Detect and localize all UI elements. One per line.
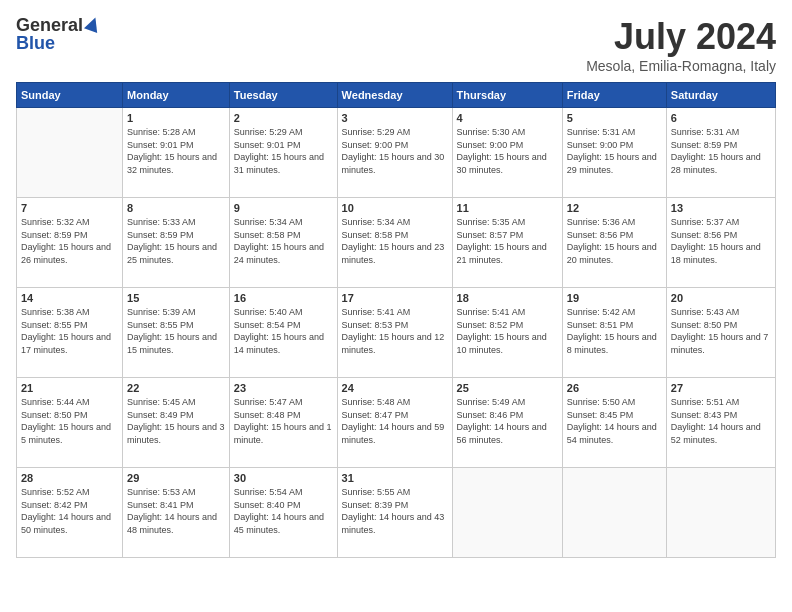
logo-triangle <box>84 15 102 33</box>
day-info: Sunrise: 5:44 AMSunset: 8:50 PMDaylight:… <box>21 396 118 446</box>
day-cell: 26Sunrise: 5:50 AMSunset: 8:45 PMDayligh… <box>562 378 666 468</box>
day-cell: 28Sunrise: 5:52 AMSunset: 8:42 PMDayligh… <box>17 468 123 558</box>
day-info: Sunrise: 5:50 AMSunset: 8:45 PMDaylight:… <box>567 396 662 446</box>
day-number: 26 <box>567 382 662 394</box>
day-cell: 22Sunrise: 5:45 AMSunset: 8:49 PMDayligh… <box>123 378 230 468</box>
day-info: Sunrise: 5:31 AMSunset: 8:59 PMDaylight:… <box>671 126 771 176</box>
day-info: Sunrise: 5:41 AMSunset: 8:52 PMDaylight:… <box>457 306 558 356</box>
day-cell: 6Sunrise: 5:31 AMSunset: 8:59 PMDaylight… <box>666 108 775 198</box>
day-info: Sunrise: 5:28 AMSunset: 9:01 PMDaylight:… <box>127 126 225 176</box>
day-number: 14 <box>21 292 118 304</box>
day-number: 11 <box>457 202 558 214</box>
day-info: Sunrise: 5:51 AMSunset: 8:43 PMDaylight:… <box>671 396 771 446</box>
day-cell: 17Sunrise: 5:41 AMSunset: 8:53 PMDayligh… <box>337 288 452 378</box>
day-number: 2 <box>234 112 333 124</box>
day-number: 16 <box>234 292 333 304</box>
title-area: July 2024 Mesola, Emilia-Romagna, Italy <box>586 16 776 74</box>
day-info: Sunrise: 5:39 AMSunset: 8:55 PMDaylight:… <box>127 306 225 356</box>
day-info: Sunrise: 5:52 AMSunset: 8:42 PMDaylight:… <box>21 486 118 536</box>
day-info: Sunrise: 5:31 AMSunset: 9:00 PMDaylight:… <box>567 126 662 176</box>
day-number: 18 <box>457 292 558 304</box>
col-header-friday: Friday <box>562 83 666 108</box>
day-number: 24 <box>342 382 448 394</box>
day-number: 13 <box>671 202 771 214</box>
week-row-4: 21Sunrise: 5:44 AMSunset: 8:50 PMDayligh… <box>17 378 776 468</box>
calendar-table: SundayMondayTuesdayWednesdayThursdayFrid… <box>16 82 776 558</box>
day-number: 29 <box>127 472 225 484</box>
day-number: 15 <box>127 292 225 304</box>
day-info: Sunrise: 5:35 AMSunset: 8:57 PMDaylight:… <box>457 216 558 266</box>
day-cell: 24Sunrise: 5:48 AMSunset: 8:47 PMDayligh… <box>337 378 452 468</box>
day-cell: 4Sunrise: 5:30 AMSunset: 9:00 PMDaylight… <box>452 108 562 198</box>
col-header-thursday: Thursday <box>452 83 562 108</box>
day-cell: 20Sunrise: 5:43 AMSunset: 8:50 PMDayligh… <box>666 288 775 378</box>
day-info: Sunrise: 5:37 AMSunset: 8:56 PMDaylight:… <box>671 216 771 266</box>
day-number: 27 <box>671 382 771 394</box>
day-cell: 9Sunrise: 5:34 AMSunset: 8:58 PMDaylight… <box>229 198 337 288</box>
day-info: Sunrise: 5:54 AMSunset: 8:40 PMDaylight:… <box>234 486 333 536</box>
day-info: Sunrise: 5:49 AMSunset: 8:46 PMDaylight:… <box>457 396 558 446</box>
day-info: Sunrise: 5:40 AMSunset: 8:54 PMDaylight:… <box>234 306 333 356</box>
week-row-3: 14Sunrise: 5:38 AMSunset: 8:55 PMDayligh… <box>17 288 776 378</box>
day-info: Sunrise: 5:43 AMSunset: 8:50 PMDaylight:… <box>671 306 771 356</box>
day-cell <box>562 468 666 558</box>
day-number: 6 <box>671 112 771 124</box>
day-cell: 11Sunrise: 5:35 AMSunset: 8:57 PMDayligh… <box>452 198 562 288</box>
col-header-sunday: Sunday <box>17 83 123 108</box>
day-cell: 23Sunrise: 5:47 AMSunset: 8:48 PMDayligh… <box>229 378 337 468</box>
col-header-saturday: Saturday <box>666 83 775 108</box>
day-number: 7 <box>21 202 118 214</box>
day-info: Sunrise: 5:33 AMSunset: 8:59 PMDaylight:… <box>127 216 225 266</box>
day-number: 25 <box>457 382 558 394</box>
day-cell <box>666 468 775 558</box>
day-number: 23 <box>234 382 333 394</box>
day-info: Sunrise: 5:30 AMSunset: 9:00 PMDaylight:… <box>457 126 558 176</box>
day-info: Sunrise: 5:38 AMSunset: 8:55 PMDaylight:… <box>21 306 118 356</box>
month-title: July 2024 <box>586 16 776 58</box>
day-number: 20 <box>671 292 771 304</box>
day-info: Sunrise: 5:48 AMSunset: 8:47 PMDaylight:… <box>342 396 448 446</box>
day-info: Sunrise: 5:53 AMSunset: 8:41 PMDaylight:… <box>127 486 225 536</box>
logo-blue-text: Blue <box>16 33 55 53</box>
day-number: 8 <box>127 202 225 214</box>
day-cell: 12Sunrise: 5:36 AMSunset: 8:56 PMDayligh… <box>562 198 666 288</box>
day-number: 28 <box>21 472 118 484</box>
day-number: 21 <box>21 382 118 394</box>
day-info: Sunrise: 5:45 AMSunset: 8:49 PMDaylight:… <box>127 396 225 446</box>
day-number: 30 <box>234 472 333 484</box>
day-info: Sunrise: 5:55 AMSunset: 8:39 PMDaylight:… <box>342 486 448 536</box>
day-cell: 30Sunrise: 5:54 AMSunset: 8:40 PMDayligh… <box>229 468 337 558</box>
day-number: 10 <box>342 202 448 214</box>
day-cell <box>452 468 562 558</box>
day-info: Sunrise: 5:36 AMSunset: 8:56 PMDaylight:… <box>567 216 662 266</box>
day-cell: 25Sunrise: 5:49 AMSunset: 8:46 PMDayligh… <box>452 378 562 468</box>
day-info: Sunrise: 5:42 AMSunset: 8:51 PMDaylight:… <box>567 306 662 356</box>
day-number: 17 <box>342 292 448 304</box>
day-cell: 19Sunrise: 5:42 AMSunset: 8:51 PMDayligh… <box>562 288 666 378</box>
col-header-wednesday: Wednesday <box>337 83 452 108</box>
logo: General Blue <box>16 16 100 52</box>
week-row-2: 7Sunrise: 5:32 AMSunset: 8:59 PMDaylight… <box>17 198 776 288</box>
day-cell: 15Sunrise: 5:39 AMSunset: 8:55 PMDayligh… <box>123 288 230 378</box>
day-info: Sunrise: 5:41 AMSunset: 8:53 PMDaylight:… <box>342 306 448 356</box>
day-info: Sunrise: 5:34 AMSunset: 8:58 PMDaylight:… <box>342 216 448 266</box>
day-cell: 21Sunrise: 5:44 AMSunset: 8:50 PMDayligh… <box>17 378 123 468</box>
day-info: Sunrise: 5:34 AMSunset: 8:58 PMDaylight:… <box>234 216 333 266</box>
day-cell: 10Sunrise: 5:34 AMSunset: 8:58 PMDayligh… <box>337 198 452 288</box>
day-cell: 3Sunrise: 5:29 AMSunset: 9:00 PMDaylight… <box>337 108 452 198</box>
day-number: 3 <box>342 112 448 124</box>
day-cell: 29Sunrise: 5:53 AMSunset: 8:41 PMDayligh… <box>123 468 230 558</box>
day-number: 9 <box>234 202 333 214</box>
day-cell <box>17 108 123 198</box>
day-cell: 27Sunrise: 5:51 AMSunset: 8:43 PMDayligh… <box>666 378 775 468</box>
day-number: 1 <box>127 112 225 124</box>
logo-general-text: General <box>16 16 83 34</box>
location-title: Mesola, Emilia-Romagna, Italy <box>586 58 776 74</box>
day-cell: 8Sunrise: 5:33 AMSunset: 8:59 PMDaylight… <box>123 198 230 288</box>
week-row-5: 28Sunrise: 5:52 AMSunset: 8:42 PMDayligh… <box>17 468 776 558</box>
day-number: 12 <box>567 202 662 214</box>
day-number: 5 <box>567 112 662 124</box>
day-cell: 14Sunrise: 5:38 AMSunset: 8:55 PMDayligh… <box>17 288 123 378</box>
day-cell: 18Sunrise: 5:41 AMSunset: 8:52 PMDayligh… <box>452 288 562 378</box>
col-header-tuesday: Tuesday <box>229 83 337 108</box>
